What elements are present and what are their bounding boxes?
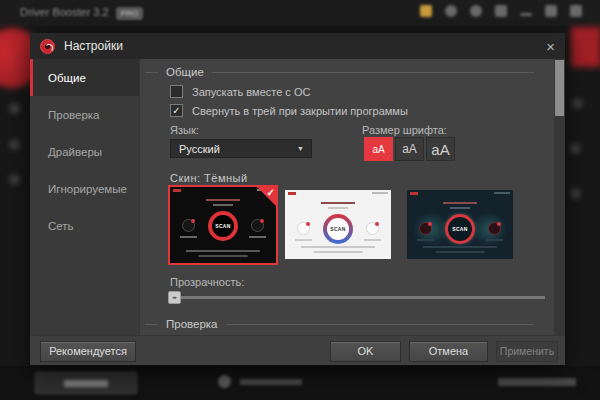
skin-thumbnail-light[interactable]: SCAN [285,190,391,259]
autostart-checkbox-row[interactable]: ✓ Запускать вместе с ОС [170,85,310,98]
driver-booster-logo-icon [40,39,55,54]
font-size-group: aA aA aA [364,137,455,161]
settings-sidebar: Общие Проверка Драйверы Игнорируемые Сет… [30,59,140,335]
language-value: Русский [179,143,297,155]
cancel-button[interactable]: Отмена [409,341,488,362]
language-label: Язык: [170,124,199,136]
background-link-text [498,378,576,386]
check-icon: ✓ [267,187,275,198]
settings-content: Общие ✓ Запускать вместе с ОС ✓ Свернуть… [140,59,565,335]
dialog-header: Настройки × [30,33,565,59]
tray-checkbox-row[interactable]: ✓ Свернуть в трей при закрытии программы [170,104,408,117]
transparency-slider-handle[interactable]: ◂▸ [168,291,181,304]
transparency-label: Прозрачность: [170,276,244,288]
font-size-label: Размер шрифта: [362,124,447,136]
language-dropdown[interactable]: Русский ▼ [170,139,312,158]
home-icon [218,375,231,388]
background-app-title: Driver Booster 3.2 [20,6,109,18]
background-list-icon [572,98,583,109]
apply-button[interactable]: Применить [496,341,558,362]
font-size-medium-button[interactable]: aA [395,137,424,161]
font-size-large-button[interactable]: aA [426,137,455,161]
background-list-icon [9,174,20,185]
sidebar-item-drivers[interactable]: Драйверы [30,133,139,170]
font-size-small-button[interactable]: aA [364,137,393,161]
recommended-button[interactable]: Рекомендуется [40,341,136,362]
background-titlebar: Driver Booster 3.2 PRO [0,0,600,26]
background-bottombar [0,366,600,400]
skin-thumbnail-dark[interactable]: SCAN ✓ [168,185,278,265]
sidebar-item-general[interactable]: Общие [30,59,139,96]
background-list-icon [570,143,581,154]
autostart-label: Запускать вместе с ОС [192,86,310,98]
user-icon[interactable] [445,5,457,17]
maximize-icon[interactable] [545,5,557,17]
chevron-down-icon: ▼ [297,145,304,152]
ok-button[interactable]: OK [330,341,401,362]
tray-label: Свернуть в трей при закрытии программы [192,105,408,117]
sidebar-item-network[interactable]: Сеть [30,207,139,244]
globe-icon[interactable] [470,5,482,17]
background-red-panel [571,27,600,67]
close-window-icon[interactable] [570,5,582,17]
gift-icon[interactable] [420,5,432,17]
background-version-text [240,379,302,385]
sidebar-item-scan[interactable]: Проверка [30,96,139,133]
background-list-icon [9,103,20,114]
minimize-icon[interactable] [520,13,532,16]
background-list-icon [570,188,581,199]
autostart-checkbox[interactable]: ✓ [170,85,183,98]
menu-icon[interactable] [495,5,507,17]
skin-label: Скин: Тёмный [170,172,248,184]
dialog-footer: Рекомендуется OK Отмена Применить [30,335,565,365]
tray-checkbox[interactable]: ✓ [170,104,183,117]
screen: Driver Booster 3.2 PRO Настройки × [0,0,600,400]
section-header-general: Общие [140,66,542,78]
scrollbar-thumb[interactable] [555,60,564,116]
dialog-title: Настройки [64,39,123,53]
skin-thumbnail-navy[interactable]: SCAN [407,190,513,259]
settings-dialog: Настройки × Общие Проверка Драйверы Игно… [30,33,565,365]
pro-badge: PRO [116,7,143,20]
section-header-scan: Проверка [140,318,542,330]
content-scrollbar[interactable] [554,59,565,335]
background-bottom-button [35,372,137,394]
dialog-close-icon[interactable]: × [546,39,555,54]
sidebar-item-ignored[interactable]: Игнорируемые [30,170,139,207]
background-list-icon [9,139,20,150]
background-window-icons [420,5,582,17]
transparency-slider-track[interactable] [170,296,545,299]
